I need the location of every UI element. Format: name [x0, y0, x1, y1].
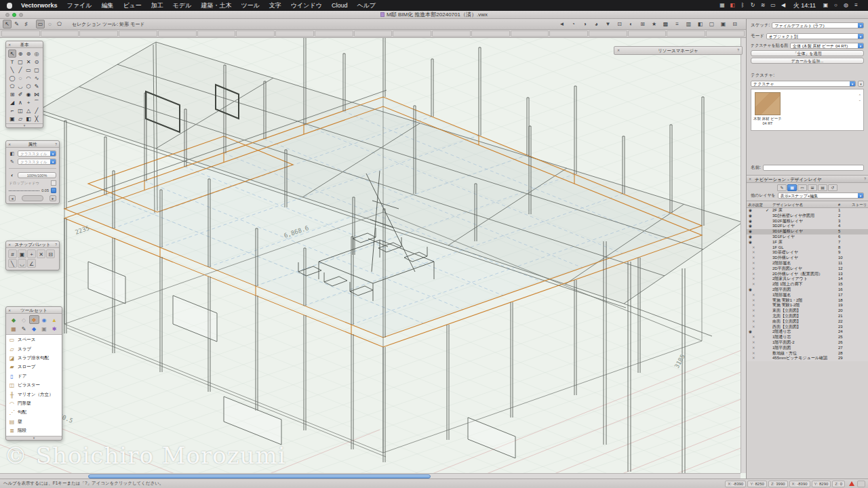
layer-visibility-icon[interactable]: ✕ — [747, 308, 756, 314]
layer-visibility-icon[interactable]: ✕ — [747, 356, 756, 361]
basic-tool-icon[interactable]: ◯ — [8, 74, 16, 82]
snap-mode-icon[interactable]: ⊟ — [46, 249, 55, 258]
view-cell[interactable] — [1, 30, 40, 37]
layer-visibility-icon[interactable]: ✕ — [747, 340, 756, 346]
navigation-panel-header[interactable]: ナビゲーション - デザインレイヤ — [747, 175, 868, 183]
layer-row[interactable]: ✕ 2階 1階上の廊下 15 — [747, 282, 868, 287]
navigation-tab-icon[interactable]: ▦ — [787, 184, 797, 191]
snap-mode-icon[interactable]: ▣ — [18, 249, 26, 258]
help-icon[interactable] — [864, 176, 866, 183]
menubar-status-icon[interactable]: ↻ — [748, 0, 758, 11]
layer-row[interactable]: ✕ 1階通り芯 25 — [747, 335, 868, 340]
basic-tool-icon[interactable]: ◌ — [16, 74, 24, 82]
basic-tool-icon[interactable]: ✎ — [33, 82, 41, 90]
basic-tool-icon[interactable]: ◧ — [24, 115, 33, 123]
palette-header[interactable]: 属性 — [6, 141, 59, 148]
basic-tool-icon[interactable]: ↖ — [8, 49, 16, 58]
menu-item[interactable]: ウインドウ — [286, 0, 327, 11]
palette-header[interactable]: スナップパレット — [6, 241, 59, 248]
layer-visibility-icon[interactable]: ◉ — [747, 229, 756, 235]
layer-visibility-icon[interactable]: ✕ — [747, 245, 756, 251]
help-icon[interactable] — [55, 141, 57, 148]
layer-visibility-icon[interactable]: ◉ — [747, 287, 756, 293]
navigation-tab-icon[interactable]: ▭ — [797, 184, 807, 191]
toolbar-icon[interactable]: ⊡ — [615, 20, 624, 28]
basic-tool-icon[interactable]: ╱ — [33, 106, 41, 115]
toolbar-icon[interactable]: ◐ — [627, 20, 635, 28]
layer-visibility-icon[interactable]: ◉ — [747, 329, 756, 335]
basic-tool-icon[interactable]: ◫ — [16, 106, 24, 115]
drop-shadow-toggle[interactable] — [51, 180, 56, 186]
toolset-item[interactable]: ⋰ 勾配 — [6, 408, 62, 417]
prev-arrow-icon[interactable]: ◂ — [9, 195, 16, 201]
selection-mode-icon[interactable]: ⬠ — [55, 20, 64, 28]
snap-mode-icon[interactable]: + — [27, 249, 36, 258]
layer-visibility-icon[interactable]: ◉ — [747, 219, 756, 224]
menu-item[interactable]: Vectorworks — [16, 0, 62, 11]
toolbar-icon[interactable]: ◄ — [557, 20, 566, 28]
selection-mode-icon[interactable]: ▭ — [36, 20, 45, 28]
basic-tool-icon[interactable]: ⬡ — [24, 82, 33, 90]
close-icon[interactable] — [8, 307, 11, 314]
help-icon[interactable] — [737, 47, 739, 54]
opacity-button[interactable]: 100%/100% — [18, 172, 56, 178]
basic-tool-icon[interactable]: ⊕ — [16, 49, 24, 58]
view-cell[interactable] — [236, 30, 275, 37]
layer-row[interactable]: ✕ 北面【立面図】 21 — [747, 314, 868, 319]
layer-row[interactable]: ✕ 1階部屋名 17 — [747, 293, 868, 298]
view-cell[interactable] — [41, 30, 79, 37]
toolbar-icon[interactable]: ▥ — [684, 20, 693, 28]
basic-tool-icon[interactable]: ✕ — [24, 58, 33, 66]
toolset-category-icon[interactable]: ◆ — [9, 315, 19, 324]
layer-row[interactable]: ◉ 3D1Fレイヤ 6 — [747, 235, 868, 240]
layer-visibility-icon[interactable]: ✕ — [747, 303, 756, 308]
toolbar-icon[interactable]: ▢ — [707, 20, 716, 28]
layer-visibility-icon[interactable]: ◉ — [747, 224, 756, 229]
toolset-category-icon[interactable]: ✱ — [50, 324, 60, 333]
toolbar-icon[interactable]: ≡ — [673, 20, 682, 28]
basic-tool-icon[interactable]: ▢ — [16, 58, 24, 66]
toolset-item[interactable]: ◫ ピラスター — [6, 381, 62, 390]
menu-item[interactable]: ヘルプ — [352, 0, 380, 11]
basic-tool-icon[interactable]: ⬠ — [8, 82, 16, 90]
toolset-item[interactable]: ▱ スラブ — [6, 344, 62, 353]
layer-visibility-icon[interactable]: ✕ — [747, 293, 756, 298]
basic-tool-icon[interactable]: ◉ — [24, 90, 33, 98]
toolset-item[interactable]: ◪ スラブ排水勾配 — [6, 354, 62, 363]
snap-mode-icon[interactable]: ╲ — [8, 259, 17, 268]
basic-tool-icon[interactable]: ✐ — [16, 90, 24, 98]
layer-row[interactable]: ✕ 南面【立面図】 22 — [747, 319, 868, 325]
sketch-dropdown[interactable]: ファイルデフォルト (ラフ) — [772, 22, 864, 28]
snap-mode-icon[interactable]: ∠ — [27, 259, 36, 268]
menu-item[interactable]: ツール — [236, 0, 264, 11]
toolset-item[interactable]: ╫ マリオン（方立） — [6, 390, 62, 399]
basic-tool-icon[interactable]: ╲ — [8, 66, 16, 74]
layer-row[interactable]: ✕ 3D外構レイヤ 10 — [747, 256, 868, 261]
pen-icon[interactable]: ✎ — [9, 159, 16, 165]
layer-visibility-icon[interactable]: ◉ — [747, 214, 756, 219]
toolset-category-icon[interactable]: ▣ — [39, 324, 50, 333]
layer-row[interactable]: ◉ 3D2F屋根レイヤ 3 — [747, 219, 868, 224]
basic-tool-icon[interactable]: ╳ — [33, 115, 41, 123]
navigation-tab-icon[interactable]: ✎ — [777, 184, 787, 191]
layer-row[interactable]: ✕ 実施 実験1-2階 19 — [747, 303, 868, 308]
layer-visibility-icon[interactable]: ✕ — [747, 261, 756, 266]
palette-resize-strip[interactable]: ▾ — [6, 436, 62, 440]
view-cell[interactable] — [197, 30, 236, 37]
layer-row[interactable]: ✕ 西面【立面図】 23 — [747, 325, 868, 330]
menu-item[interactable]: モデル — [168, 0, 197, 11]
texture-thumbnail[interactable] — [755, 92, 781, 115]
close-icon[interactable] — [617, 47, 620, 54]
layer-row[interactable]: ✕ 敷地線・方位 28 — [747, 351, 868, 357]
layer-visibility-icon[interactable]: ✕ — [747, 250, 756, 256]
layer-row[interactable]: ✕ 2D外構レイヤ（配置図用） 13 — [747, 272, 868, 277]
toolset-item[interactable]: ▭ スペース — [6, 336, 62, 344]
toolbar-icon[interactable]: ★ — [650, 20, 658, 28]
snap-mode-icon[interactable]: ◡ — [18, 259, 26, 268]
view-cell[interactable] — [706, 30, 745, 37]
snap-mode-icon[interactable]: # — [8, 249, 17, 258]
navigation-tab-icon[interactable]: ↺ — [828, 184, 837, 191]
resource-manager-bar[interactable]: リソースマネージャ — [614, 46, 743, 55]
layer-row[interactable]: ◉ 3D計画壁レイヤ作図用 2 — [747, 214, 868, 219]
toolbar-icon[interactable]: ◔ — [569, 20, 578, 28]
